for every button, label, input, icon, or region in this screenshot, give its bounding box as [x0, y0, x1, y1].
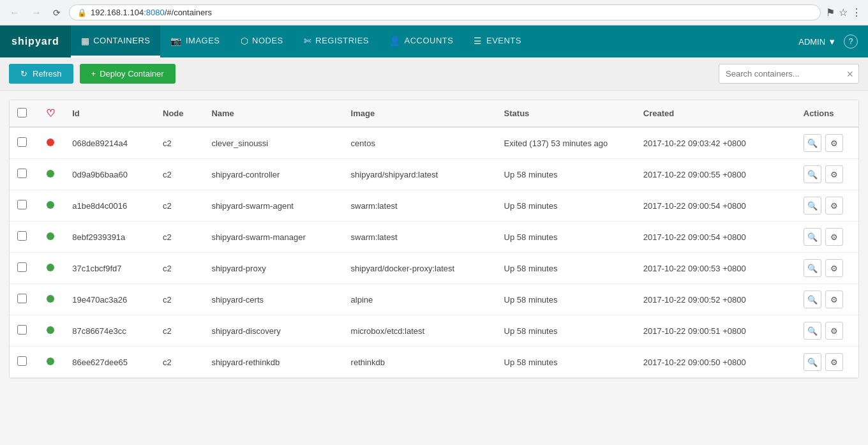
select-all-checkbox[interactable] [17, 108, 27, 117]
settings-button[interactable]: ⚙ [825, 228, 843, 246]
container-image: alpine [343, 284, 497, 315]
settings-button[interactable]: ⚙ [825, 322, 843, 340]
heart-icon: ♡ [46, 108, 55, 119]
container-id: 37c1cbcf9fd7 [64, 253, 155, 284]
container-name: shipyard-controller [204, 159, 343, 190]
settings-button[interactable]: ⚙ [825, 353, 843, 371]
nav-containers-label: CONTAINERS [93, 36, 150, 45]
container-id: 0d9a9b6baa60 [64, 159, 155, 190]
row-checkbox[interactable] [17, 294, 27, 303]
container-created: 2017-10-22 09:00:50 +0800 [636, 347, 796, 378]
status-dot-cell [37, 253, 65, 284]
settings-button[interactable]: ⚙ [825, 290, 843, 308]
status-dot-cell [37, 347, 65, 378]
containers-table: ♡ Id Node Name Image Status Created Acti… [10, 100, 858, 378]
refresh-label: Refresh [33, 69, 62, 79]
view-button[interactable]: 🔍 [804, 322, 821, 340]
row-checkbox-cell [10, 190, 37, 222]
container-name: clever_sinoussi [204, 127, 343, 159]
refresh-button[interactable]: ↻ Refresh [9, 64, 73, 84]
container-node: c2 [155, 127, 204, 159]
status-indicator [47, 170, 54, 177]
row-checkbox[interactable] [17, 356, 27, 366]
lock-icon: 🔒 [77, 8, 87, 17]
view-button[interactable]: 🔍 [804, 165, 821, 183]
nav-item-events[interactable]: ☰ EVENTS [463, 26, 532, 57]
admin-label: ADMIN [798, 37, 825, 47]
nodes-icon: ⬡ [241, 36, 249, 46]
container-actions: 🔍 ⚙ [796, 127, 858, 159]
menu-icon[interactable]: ⋮ [851, 6, 862, 19]
settings-button[interactable]: ⚙ [825, 259, 843, 277]
container-created: 2017-10-22 09:00:51 +0800 [636, 315, 796, 347]
row-checkbox-cell [10, 315, 37, 347]
search-clear-icon[interactable]: ✕ [846, 69, 854, 79]
nav-accounts-label: ACCOUNTS [405, 36, 454, 45]
row-checkbox[interactable] [17, 169, 27, 178]
container-created: 2017-10-22 09:03:42 +0800 [636, 127, 796, 159]
container-id: 86ee627dee65 [64, 347, 155, 378]
view-button[interactable]: 🔍 [804, 290, 821, 308]
status-dot-cell [37, 190, 65, 222]
forward-button[interactable]: → [28, 6, 45, 20]
nav-item-registries[interactable]: ✄ REGISTRIES [294, 26, 379, 57]
settings-button[interactable]: ⚙ [825, 197, 843, 215]
view-button[interactable]: 🔍 [804, 353, 821, 371]
star-icon[interactable]: ☆ [839, 6, 848, 19]
containers-table-container: ♡ Id Node Name Image Status Created Acti… [9, 100, 859, 379]
search-input[interactable] [719, 64, 859, 84]
row-checkbox[interactable] [17, 200, 27, 209]
status-indicator [47, 295, 54, 303]
events-icon: ☰ [474, 36, 483, 46]
help-icon: ? [849, 37, 853, 46]
back-button[interactable]: ← [6, 6, 23, 20]
deploy-label: Deploy Container [100, 69, 163, 79]
container-name: shipyard-swarm-agent [204, 190, 343, 222]
nav-item-images[interactable]: 📷 IMAGES [160, 26, 230, 57]
view-button[interactable]: 🔍 [804, 259, 821, 277]
image-column-header: Image [343, 100, 497, 127]
table-row: 0d9a9b6baa60 c2 shipyard-controller ship… [10, 159, 858, 190]
table-row: 87c86674e3cc c2 shipyard-discovery micro… [10, 315, 858, 347]
deploy-container-button[interactable]: + Deploy Container [80, 64, 176, 84]
container-id: a1be8d4c0016 [64, 190, 155, 222]
container-name: shipyard-rethinkdb [204, 347, 343, 378]
nav-item-accounts[interactable]: 👤 ACCOUNTS [379, 26, 463, 57]
table-row: 19e470ac3a26 c2 shipyard-certs alpine Up… [10, 284, 858, 315]
status-indicator [47, 358, 54, 365]
admin-button[interactable]: ADMIN ▼ [798, 37, 836, 47]
id-column-header: Id [64, 100, 155, 127]
status-dot-cell [37, 284, 65, 315]
bookmark-icon[interactable]: ⚑ [826, 6, 835, 19]
actions-column-header: Actions [796, 100, 858, 127]
nav-item-nodes[interactable]: ⬡ NODES [230, 26, 294, 57]
nav-right: ADMIN ▼ ? [798, 34, 868, 49]
containers-icon: ▦ [81, 36, 90, 46]
health-header: ♡ [37, 100, 65, 127]
help-button[interactable]: ? [844, 34, 858, 49]
created-column-header: Created [636, 100, 796, 127]
reload-button[interactable]: ⟳ [50, 6, 64, 19]
settings-button[interactable]: ⚙ [825, 134, 843, 152]
row-checkbox[interactable] [17, 262, 27, 272]
view-button[interactable]: 🔍 [804, 197, 821, 215]
settings-button[interactable]: ⚙ [825, 165, 843, 183]
row-checkbox[interactable] [17, 325, 27, 335]
row-checkbox-cell [10, 253, 37, 284]
status-dot-cell [37, 159, 65, 190]
table-row: 86ee627dee65 c2 shipyard-rethinkdb rethi… [10, 347, 858, 378]
container-actions: 🔍 ⚙ [796, 190, 858, 222]
container-node: c2 [155, 347, 204, 378]
nav-item-containers[interactable]: ▦ CONTAINERS [71, 26, 161, 57]
view-button[interactable]: 🔍 [804, 134, 821, 152]
row-checkbox[interactable] [17, 231, 27, 241]
status-indicator [47, 232, 54, 240]
view-button[interactable]: 🔍 [804, 228, 821, 246]
select-all-header [10, 100, 37, 127]
address-bar[interactable]: 🔒 192.168.1.104:8080/#/containers [69, 4, 821, 20]
container-created: 2017-10-22 09:00:52 +0800 [636, 284, 796, 315]
row-checkbox[interactable] [17, 137, 27, 147]
container-node: c2 [155, 315, 204, 347]
container-status: Up 58 minutes [497, 315, 636, 347]
container-actions: 🔍 ⚙ [796, 159, 858, 190]
